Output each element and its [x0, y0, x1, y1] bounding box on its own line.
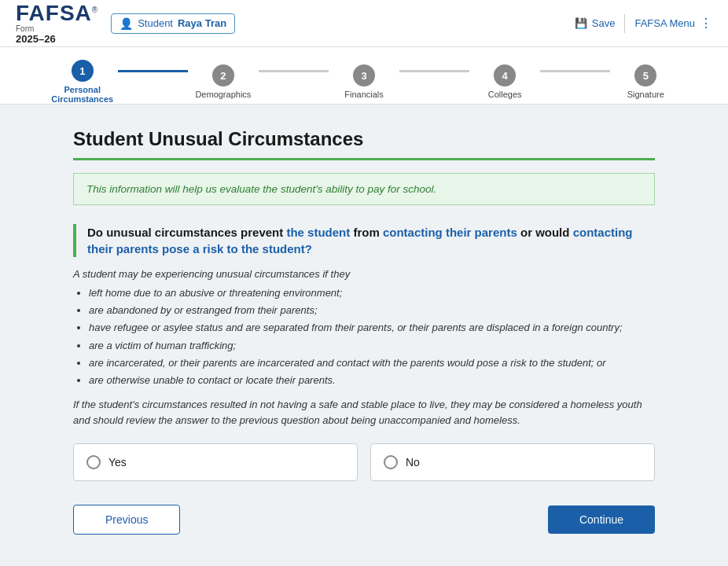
step-2-wrapper: 2 Demographics: [188, 64, 259, 99]
student-label: Student: [138, 17, 173, 29]
header-divider: [624, 14, 625, 33]
info-text: This information will help us evaluate t…: [86, 183, 436, 195]
info-box: This information will help us evaluate t…: [73, 173, 655, 205]
bullet-2: are abandoned by or estranged from their…: [89, 303, 655, 318]
progress-section: 1 Personal Circumstances 2 Demographics …: [0, 47, 728, 105]
no-radio-circle[interactable]: [384, 455, 398, 469]
student-badge[interactable]: 👤 Student Raya Tran: [111, 13, 235, 34]
fafsa-wordmark: FAFSA: [16, 1, 92, 25]
previous-button[interactable]: Previous: [73, 505, 180, 535]
header-left: FAFSA® Form 2025–26 👤 Student Raya Tran: [16, 2, 235, 45]
question-text: Do unusual circumstances prevent the stu…: [87, 224, 655, 257]
fafsa-menu-button[interactable]: FAFSA Menu ⋮: [634, 16, 712, 31]
yes-radio-circle[interactable]: [86, 455, 101, 469]
step-4-label: Colleges: [488, 90, 522, 99]
nav-buttons: Previous Continue: [73, 505, 655, 535]
save-label: Save: [592, 17, 616, 29]
bullet-3: have refugee or asylee status and are se…: [89, 321, 655, 335]
no-option[interactable]: No: [370, 443, 655, 481]
title-underline: [73, 158, 655, 160]
circumstances-list: left home due to an abusive or threateni…: [89, 286, 655, 388]
student-name: Raya Tran: [178, 17, 226, 29]
step-3-label: Financials: [344, 90, 384, 99]
main-content: Student Unusual Circumstances This infor…: [57, 105, 671, 558]
step-2-label: Demographics: [195, 90, 251, 99]
bullet-5: are incarcerated, or their parents are i…: [89, 356, 655, 370]
step-2-circle: 2: [212, 64, 234, 86]
connector-1-2: [118, 70, 189, 72]
connector-3-4: [399, 70, 470, 72]
form-label-text: Form: [16, 24, 98, 33]
save-button[interactable]: 💾 Save: [575, 17, 616, 29]
registered-mark: ®: [92, 5, 98, 13]
bullet-4: are a victim of human trafficking;: [89, 339, 655, 353]
connector-4-5: [540, 70, 611, 72]
step-5-label: Signature: [627, 90, 664, 99]
menu-label: FAFSA Menu: [634, 17, 695, 29]
form-year: 2025–26: [16, 33, 98, 45]
connector-2-3: [259, 70, 329, 72]
step-1-label: Personal Circumstances: [47, 85, 118, 104]
logo-text: FAFSA®: [16, 2, 98, 24]
steps-container: 1 Personal Circumstances 2 Demographics …: [0, 60, 728, 104]
yes-option[interactable]: Yes: [73, 443, 358, 481]
bullet-6: are otherwise unable to contact or locat…: [89, 373, 655, 388]
radio-group: Yes No: [73, 443, 655, 481]
step-3-circle: 3: [353, 64, 375, 86]
additional-text: If the student's circumstances resulted …: [73, 397, 655, 428]
person-icon: 👤: [119, 17, 133, 30]
bullet-1: left home due to an abusive or threateni…: [89, 286, 655, 300]
step-1-circle: 1: [72, 60, 94, 82]
step-5-circle: 5: [634, 64, 656, 86]
continue-button[interactable]: Continue: [548, 505, 655, 534]
page-title: Student Unusual Circumstances: [73, 128, 655, 150]
question-block: Do unusual circumstances prevent the stu…: [73, 224, 655, 257]
header-right: 💾 Save FAFSA Menu ⋮: [575, 14, 712, 33]
step-1-wrapper: 1 Personal Circumstances: [47, 60, 118, 104]
save-icon: 💾: [575, 17, 587, 29]
menu-dots-icon: ⋮: [700, 16, 712, 31]
context-intro: A student may be experiencing unusual ci…: [73, 268, 655, 280]
yes-label: Yes: [108, 456, 127, 469]
step-4-wrapper: 4 Colleges: [469, 64, 540, 99]
header: FAFSA® Form 2025–26 👤 Student Raya Tran …: [0, 0, 728, 47]
fafsa-logo: FAFSA® Form 2025–26: [16, 2, 98, 45]
step-3-wrapper: 3 Financials: [329, 64, 399, 99]
step-5-wrapper: 5 Signature: [610, 64, 681, 99]
step-4-circle: 4: [494, 64, 516, 86]
no-label: No: [406, 456, 420, 469]
